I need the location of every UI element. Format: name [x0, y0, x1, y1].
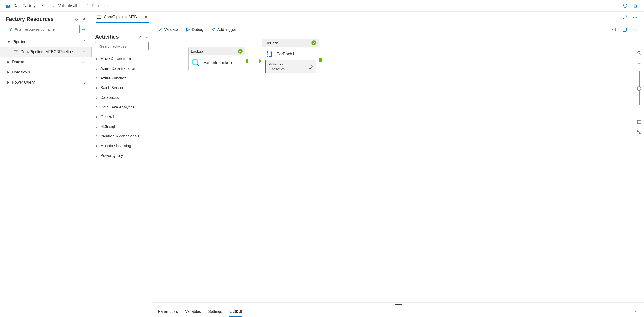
tab-parameters[interactable]: Parameters [158, 306, 178, 317]
refresh-button[interactable] [622, 3, 628, 9]
play-icon [186, 28, 190, 32]
svg-point-10 [638, 52, 640, 54]
activity-group[interactable]: Azure Function [95, 74, 148, 83]
debug-button[interactable]: Debug [186, 28, 203, 32]
trash-icon [633, 4, 638, 8]
tree-group-label: Power Query [12, 80, 34, 85]
tab-more-button[interactable]: ⋯ [632, 15, 638, 20]
fit-screen-button[interactable] [637, 120, 642, 125]
activity-group[interactable]: Databricks [95, 93, 148, 102]
node-type-label: ForEach [265, 41, 278, 45]
pipeline-item[interactable]: CopyPipeline_MTBCDPipeline ⋯ [0, 47, 92, 57]
activities-panel-collapse-icon[interactable] [145, 35, 148, 39]
svg-point-4 [98, 46, 98, 46]
edit-icon[interactable] [308, 65, 313, 69]
add-trigger-button[interactable]: Add trigger [211, 28, 236, 32]
activity-group[interactable]: Power Query [95, 151, 148, 160]
activity-group[interactable]: Batch Service [95, 83, 148, 93]
pipeline-icon [14, 50, 18, 54]
activity-group[interactable]: General [95, 112, 148, 122]
activity-group[interactable]: Iteration & conditionals [95, 131, 148, 141]
expand-button[interactable] [622, 15, 628, 20]
properties-button[interactable] [622, 27, 628, 33]
publish-all-label: Publish all [92, 4, 110, 8]
brand-dropdown[interactable]: Data Factory [6, 3, 44, 9]
caret-down-icon [7, 40, 10, 43]
bottom-panel: Parameters Variables Settings Output [152, 302, 644, 317]
chevron-right-icon [95, 135, 98, 138]
tree-powerquery-group[interactable]: Power Query 0 [0, 77, 92, 88]
activities-count: 1 activities [269, 67, 285, 71]
tab-variables[interactable]: Variables [185, 306, 201, 317]
zoom-slider[interactable] [634, 71, 644, 105]
collapse-down-icon[interactable] [74, 17, 78, 22]
svg-rect-14 [640, 132, 641, 134]
tab-settings[interactable]: Settings [208, 306, 222, 317]
foreach-activities-box[interactable]: Activities 1 activities [265, 60, 316, 73]
lookup-node[interactable]: Lookup VariableLookup [188, 47, 245, 71]
search-icon [98, 44, 98, 48]
svg-rect-9 [267, 56, 268, 57]
pipeline-icon [96, 16, 102, 19]
canvas-more-button[interactable]: ⋯ [632, 27, 638, 33]
svg-rect-11 [638, 120, 641, 124]
tab-close-button[interactable]: ✕ [144, 15, 148, 19]
more-actions-button[interactable]: ⋯ [82, 60, 86, 64]
chevron-right-icon [95, 87, 98, 89]
foreach-node[interactable]: ForEach [262, 39, 319, 76]
chevron-right-icon [95, 77, 98, 80]
pipeline-canvas[interactable]: Lookup VariableLookup [152, 36, 644, 302]
node-name-label: ForEach1 [277, 52, 294, 57]
tree-dataset-group[interactable]: Dataset ⋯ [0, 57, 92, 67]
collapse-panel-button[interactable] [634, 309, 638, 314]
pipeline-item-label: CopyPipeline_MTBCDPipeline [20, 50, 73, 54]
output-port[interactable] [319, 58, 322, 62]
validate-all-button[interactable]: Validate all [52, 4, 77, 8]
tree-dataflows-group[interactable]: Data flows 0 [0, 67, 92, 77]
chevron-right-icon [95, 58, 98, 60]
tab-bar: CopyPipeline_MTB... ✕ ⋯ [92, 12, 644, 23]
top-toolbar: Data Factory Validate all Publish all [0, 0, 644, 12]
svg-rect-5 [623, 28, 626, 32]
more-actions-button[interactable]: ⋯ [82, 50, 86, 54]
activity-group[interactable]: Machine Learning [95, 141, 148, 151]
activities-panel: Activities Move & transform Azure Data E… [92, 23, 152, 317]
code-view-button[interactable] [611, 27, 617, 33]
zoom-in-button[interactable]: + [638, 60, 641, 67]
validate-button[interactable]: Validate [158, 28, 178, 32]
pipeline-tab[interactable]: CopyPipeline_MTB... ✕ [96, 12, 148, 23]
foreach-icon [266, 51, 273, 58]
publish-all-button[interactable]: Publish all [86, 4, 110, 8]
zoom-out-button[interactable]: − [638, 109, 641, 115]
tab-output[interactable]: Output [230, 306, 242, 317]
search-activities-input[interactable] [95, 42, 148, 50]
activity-group[interactable]: HDInsight [95, 122, 148, 131]
svg-point-1 [17, 51, 18, 53]
tree-count: 0 [84, 70, 86, 74]
panel-collapse-icon[interactable] [82, 17, 86, 22]
activity-group[interactable]: Data Lake Analytics [95, 102, 148, 112]
trigger-icon [211, 28, 216, 32]
delete-button[interactable] [632, 3, 638, 9]
panel-drag-handle[interactable] [152, 302, 644, 306]
caret-right-icon [7, 71, 10, 74]
tree-pipeline-group[interactable]: Pipeline 1 [0, 37, 92, 47]
activity-group[interactable]: Azure Data Explorer [95, 64, 148, 74]
autolayout-button[interactable] [637, 130, 642, 135]
add-resource-button[interactable]: + [82, 26, 86, 33]
caret-right-icon [7, 61, 10, 64]
canvas-search-button[interactable] [637, 51, 641, 56]
success-icon [238, 49, 243, 54]
svg-point-2 [97, 16, 98, 18]
activities-title: Activities [95, 34, 119, 40]
chevron-right-icon [95, 106, 98, 109]
svg-rect-8 [267, 53, 268, 55]
activity-group[interactable]: Move & transform [95, 54, 148, 64]
activities-collapse-down-icon[interactable] [138, 35, 142, 39]
filter-resources-input[interactable] [6, 25, 80, 33]
zoom-thumb[interactable] [637, 87, 641, 91]
filter-input-field[interactable] [15, 27, 77, 32]
canvas-toolbar: Validate Debug Add trigger ⋯ [152, 23, 644, 36]
search-activities-field[interactable] [100, 44, 146, 48]
tree-count: 1 [84, 40, 86, 44]
